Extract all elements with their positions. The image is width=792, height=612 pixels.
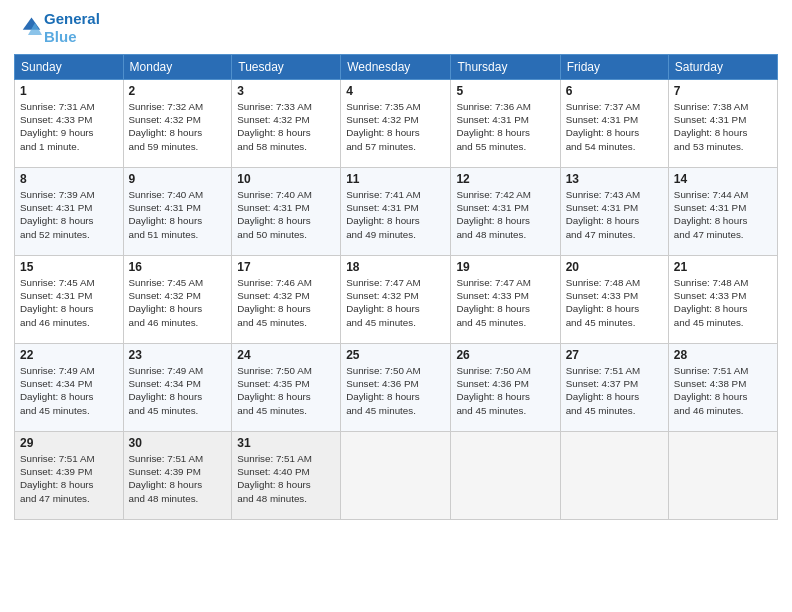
- calendar-cell: 21Sunrise: 7:48 AM Sunset: 4:33 PM Dayli…: [668, 256, 777, 344]
- cell-info: Sunrise: 7:33 AM Sunset: 4:32 PM Dayligh…: [237, 100, 335, 153]
- day-number: 28: [674, 348, 772, 362]
- day-number: 19: [456, 260, 554, 274]
- calendar-cell: 5Sunrise: 7:36 AM Sunset: 4:31 PM Daylig…: [451, 80, 560, 168]
- calendar-cell: 3Sunrise: 7:33 AM Sunset: 4:32 PM Daylig…: [232, 80, 341, 168]
- cell-info: Sunrise: 7:48 AM Sunset: 4:33 PM Dayligh…: [566, 276, 663, 329]
- cell-info: Sunrise: 7:40 AM Sunset: 4:31 PM Dayligh…: [129, 188, 227, 241]
- cell-info: Sunrise: 7:37 AM Sunset: 4:31 PM Dayligh…: [566, 100, 663, 153]
- day-number: 6: [566, 84, 663, 98]
- calendar-cell: 2Sunrise: 7:32 AM Sunset: 4:32 PM Daylig…: [123, 80, 232, 168]
- day-number: 5: [456, 84, 554, 98]
- day-number: 17: [237, 260, 335, 274]
- calendar-cell: 13Sunrise: 7:43 AM Sunset: 4:31 PM Dayli…: [560, 168, 668, 256]
- calendar-cell: 29Sunrise: 7:51 AM Sunset: 4:39 PM Dayli…: [15, 432, 124, 520]
- cell-info: Sunrise: 7:50 AM Sunset: 4:36 PM Dayligh…: [346, 364, 445, 417]
- day-number: 1: [20, 84, 118, 98]
- day-number: 3: [237, 84, 335, 98]
- cell-info: Sunrise: 7:50 AM Sunset: 4:35 PM Dayligh…: [237, 364, 335, 417]
- calendar-cell: 28Sunrise: 7:51 AM Sunset: 4:38 PM Dayli…: [668, 344, 777, 432]
- cell-info: Sunrise: 7:38 AM Sunset: 4:31 PM Dayligh…: [674, 100, 772, 153]
- calendar-cell: 20Sunrise: 7:48 AM Sunset: 4:33 PM Dayli…: [560, 256, 668, 344]
- calendar-cell: 16Sunrise: 7:45 AM Sunset: 4:32 PM Dayli…: [123, 256, 232, 344]
- cell-info: Sunrise: 7:51 AM Sunset: 4:40 PM Dayligh…: [237, 452, 335, 505]
- cell-info: Sunrise: 7:47 AM Sunset: 4:33 PM Dayligh…: [456, 276, 554, 329]
- cell-info: Sunrise: 7:46 AM Sunset: 4:32 PM Dayligh…: [237, 276, 335, 329]
- cell-info: Sunrise: 7:42 AM Sunset: 4:31 PM Dayligh…: [456, 188, 554, 241]
- calendar-week-row: 8Sunrise: 7:39 AM Sunset: 4:31 PM Daylig…: [15, 168, 778, 256]
- cell-info: Sunrise: 7:41 AM Sunset: 4:31 PM Dayligh…: [346, 188, 445, 241]
- calendar-cell: 7Sunrise: 7:38 AM Sunset: 4:31 PM Daylig…: [668, 80, 777, 168]
- day-number: 8: [20, 172, 118, 186]
- calendar-cell: 12Sunrise: 7:42 AM Sunset: 4:31 PM Dayli…: [451, 168, 560, 256]
- cell-info: Sunrise: 7:49 AM Sunset: 4:34 PM Dayligh…: [20, 364, 118, 417]
- calendar-week-row: 29Sunrise: 7:51 AM Sunset: 4:39 PM Dayli…: [15, 432, 778, 520]
- calendar-cell: 8Sunrise: 7:39 AM Sunset: 4:31 PM Daylig…: [15, 168, 124, 256]
- cell-info: Sunrise: 7:43 AM Sunset: 4:31 PM Dayligh…: [566, 188, 663, 241]
- day-number: 9: [129, 172, 227, 186]
- cell-info: Sunrise: 7:47 AM Sunset: 4:32 PM Dayligh…: [346, 276, 445, 329]
- cell-info: Sunrise: 7:45 AM Sunset: 4:32 PM Dayligh…: [129, 276, 227, 329]
- day-number: 16: [129, 260, 227, 274]
- header: General Blue: [14, 10, 778, 46]
- calendar-cell: 17Sunrise: 7:46 AM Sunset: 4:32 PM Dayli…: [232, 256, 341, 344]
- day-number: 2: [129, 84, 227, 98]
- weekday-header: Wednesday: [341, 55, 451, 80]
- day-number: 25: [346, 348, 445, 362]
- day-number: 14: [674, 172, 772, 186]
- weekday-header: Sunday: [15, 55, 124, 80]
- day-number: 13: [566, 172, 663, 186]
- calendar-cell: 4Sunrise: 7:35 AM Sunset: 4:32 PM Daylig…: [341, 80, 451, 168]
- day-number: 18: [346, 260, 445, 274]
- cell-info: Sunrise: 7:40 AM Sunset: 4:31 PM Dayligh…: [237, 188, 335, 241]
- day-number: 10: [237, 172, 335, 186]
- calendar-cell: 31Sunrise: 7:51 AM Sunset: 4:40 PM Dayli…: [232, 432, 341, 520]
- calendar-cell: 10Sunrise: 7:40 AM Sunset: 4:31 PM Dayli…: [232, 168, 341, 256]
- day-number: 12: [456, 172, 554, 186]
- day-number: 27: [566, 348, 663, 362]
- day-number: 15: [20, 260, 118, 274]
- cell-info: Sunrise: 7:51 AM Sunset: 4:39 PM Dayligh…: [129, 452, 227, 505]
- day-number: 30: [129, 436, 227, 450]
- day-number: 24: [237, 348, 335, 362]
- calendar-cell: 24Sunrise: 7:50 AM Sunset: 4:35 PM Dayli…: [232, 344, 341, 432]
- calendar-cell: 25Sunrise: 7:50 AM Sunset: 4:36 PM Dayli…: [341, 344, 451, 432]
- calendar-cell: 1Sunrise: 7:31 AM Sunset: 4:33 PM Daylig…: [15, 80, 124, 168]
- weekday-header: Saturday: [668, 55, 777, 80]
- calendar-week-row: 22Sunrise: 7:49 AM Sunset: 4:34 PM Dayli…: [15, 344, 778, 432]
- cell-info: Sunrise: 7:32 AM Sunset: 4:32 PM Dayligh…: [129, 100, 227, 153]
- calendar-cell: 15Sunrise: 7:45 AM Sunset: 4:31 PM Dayli…: [15, 256, 124, 344]
- cell-info: Sunrise: 7:51 AM Sunset: 4:39 PM Dayligh…: [20, 452, 118, 505]
- cell-info: Sunrise: 7:44 AM Sunset: 4:31 PM Dayligh…: [674, 188, 772, 241]
- calendar-cell: 6Sunrise: 7:37 AM Sunset: 4:31 PM Daylig…: [560, 80, 668, 168]
- calendar-header-row: SundayMondayTuesdayWednesdayThursdayFrid…: [15, 55, 778, 80]
- cell-info: Sunrise: 7:31 AM Sunset: 4:33 PM Dayligh…: [20, 100, 118, 153]
- calendar-week-row: 15Sunrise: 7:45 AM Sunset: 4:31 PM Dayli…: [15, 256, 778, 344]
- calendar-cell: [341, 432, 451, 520]
- cell-info: Sunrise: 7:45 AM Sunset: 4:31 PM Dayligh…: [20, 276, 118, 329]
- weekday-header: Tuesday: [232, 55, 341, 80]
- day-number: 20: [566, 260, 663, 274]
- calendar-cell: 14Sunrise: 7:44 AM Sunset: 4:31 PM Dayli…: [668, 168, 777, 256]
- calendar-cell: [451, 432, 560, 520]
- weekday-header: Monday: [123, 55, 232, 80]
- cell-info: Sunrise: 7:36 AM Sunset: 4:31 PM Dayligh…: [456, 100, 554, 153]
- day-number: 31: [237, 436, 335, 450]
- day-number: 22: [20, 348, 118, 362]
- day-number: 11: [346, 172, 445, 186]
- logo-text: General Blue: [44, 10, 100, 46]
- calendar-cell: [668, 432, 777, 520]
- calendar-cell: 11Sunrise: 7:41 AM Sunset: 4:31 PM Dayli…: [341, 168, 451, 256]
- weekday-header: Friday: [560, 55, 668, 80]
- calendar-cell: 19Sunrise: 7:47 AM Sunset: 4:33 PM Dayli…: [451, 256, 560, 344]
- calendar-cell: 26Sunrise: 7:50 AM Sunset: 4:36 PM Dayli…: [451, 344, 560, 432]
- logo: General Blue: [14, 10, 100, 46]
- day-number: 23: [129, 348, 227, 362]
- calendar-week-row: 1Sunrise: 7:31 AM Sunset: 4:33 PM Daylig…: [15, 80, 778, 168]
- day-number: 21: [674, 260, 772, 274]
- day-number: 7: [674, 84, 772, 98]
- cell-info: Sunrise: 7:51 AM Sunset: 4:38 PM Dayligh…: [674, 364, 772, 417]
- weekday-header: Thursday: [451, 55, 560, 80]
- cell-info: Sunrise: 7:51 AM Sunset: 4:37 PM Dayligh…: [566, 364, 663, 417]
- calendar-table: SundayMondayTuesdayWednesdayThursdayFrid…: [14, 54, 778, 520]
- page-container: General Blue SundayMondayTuesdayWednesda…: [0, 0, 792, 530]
